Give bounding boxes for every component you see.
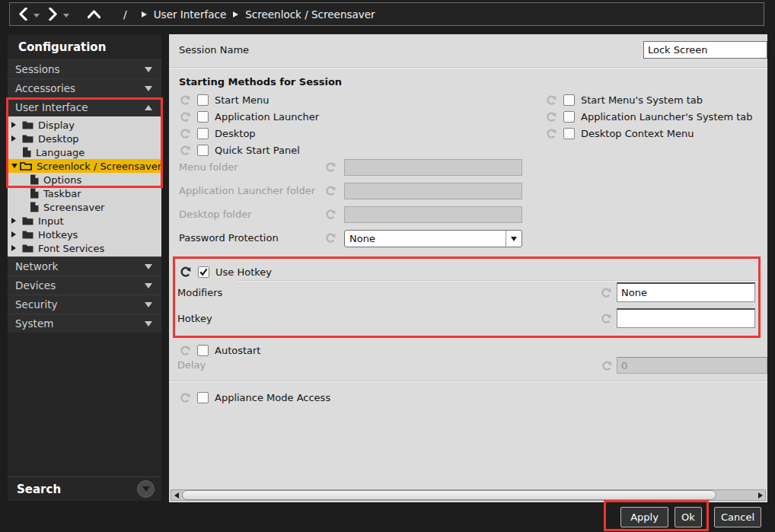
expander-icon[interactable]: [11, 231, 21, 237]
divider: [169, 67, 767, 68]
dropdown-arrow-icon: [511, 237, 517, 241]
hotkey-group: Use Hotkey Modifiers None Hotkey: [169, 256, 767, 338]
tree-item-options[interactable]: Options: [8, 173, 161, 186]
expander-icon[interactable]: [11, 218, 21, 224]
section-label: Devices: [15, 279, 56, 291]
tree-item-language[interactable]: Language: [8, 145, 161, 159]
use-hotkey-checkbox[interactable]: [198, 266, 209, 278]
sidebar-search-bar: Search: [8, 476, 161, 501]
scroll-right-button[interactable]: [755, 490, 765, 500]
revert-icon: [324, 185, 336, 196]
password-protection-select[interactable]: None: [344, 230, 522, 247]
tree-item-screensaver[interactable]: Screensaver: [8, 200, 161, 214]
revert-icon: [545, 94, 557, 106]
ok-button[interactable]: Ok: [675, 507, 702, 527]
checkbox-label: Appliance Mode Access: [215, 392, 330, 403]
start-menu-row: Start Menu: [179, 92, 269, 107]
horizontal-scrollbar[interactable]: [171, 489, 766, 501]
checkbox-label: Application Launcher's System tab: [581, 111, 753, 123]
revert-icon: [179, 128, 191, 139]
menu-folder-row: Menu folder: [169, 159, 767, 177]
revert-icon: [179, 94, 191, 106]
desktop-folder-label: Desktop folder: [179, 206, 251, 223]
delay-input: 0: [617, 357, 767, 374]
breadcrumb-root[interactable]: /: [123, 8, 127, 21]
tree-item-label: Display: [38, 119, 75, 131]
sidebar-section-accessories[interactable]: Accessories: [8, 78, 161, 97]
tree-item-label: Language: [36, 147, 85, 158]
chevron-down-icon: [145, 86, 152, 91]
search-toggle-button[interactable]: [137, 480, 155, 498]
application-launcher-system-tab-checkbox[interactable]: [563, 111, 575, 123]
tree-item-label: Taskbar: [43, 188, 81, 199]
category-tree: Display Desktop Language Screenlock / Sc…: [8, 116, 161, 256]
cancel-button[interactable]: Cancel: [714, 507, 761, 527]
checkbox-label: Start Menu: [215, 94, 269, 106]
scroll-left-button[interactable]: [171, 490, 181, 500]
use-hotkey-row: Use Hotkey: [179, 264, 272, 279]
autostart-checkbox[interactable]: [197, 345, 209, 356]
tree-item-display[interactable]: Display: [8, 118, 161, 132]
start-menu-system-tab-checkbox[interactable]: [563, 94, 575, 106]
back-history-caret-icon[interactable]: [33, 14, 40, 18]
desktop-row: Desktop: [179, 126, 256, 141]
desktop-context-menu-row: Desktop Context Menu: [545, 126, 694, 141]
application-launcher-system-tab-row: Application Launcher's System tab: [545, 109, 753, 124]
folder-icon: [22, 244, 33, 253]
dropdown-button[interactable]: [506, 231, 521, 247]
revert-icon: [600, 313, 612, 324]
appliance-mode-access-row: Appliance Mode Access: [179, 390, 330, 405]
expander-icon[interactable]: [11, 245, 21, 251]
start-menu-checkbox[interactable]: [197, 94, 209, 106]
sidebar-section-sessions[interactable]: Sessions: [8, 59, 161, 78]
sidebar-section-user-interface[interactable]: User Interface: [8, 97, 161, 116]
checkbox-label: Start Menu's System tab: [581, 94, 703, 106]
expander-icon[interactable]: [11, 164, 18, 168]
section-label: System: [15, 317, 53, 330]
revert-icon: [179, 392, 191, 403]
document-icon: [30, 188, 39, 199]
hotkey-input[interactable]: [617, 308, 755, 328]
chevron-down-icon: [145, 283, 152, 288]
open-folder-icon: [20, 161, 32, 170]
sidebar-section-network[interactable]: Network: [8, 256, 161, 276]
checkbox-label: Desktop Context Menu: [581, 128, 694, 139]
desktop-checkbox[interactable]: [197, 128, 209, 139]
quick-start-panel-checkbox[interactable]: [197, 145, 209, 156]
sidebar-section-system[interactable]: System: [8, 314, 161, 333]
section-label: Security: [15, 298, 57, 311]
forward-history-caret-icon[interactable]: [63, 14, 69, 18]
application-launcher-checkbox[interactable]: [197, 111, 209, 123]
tree-item-hotkeys[interactable]: Hotkeys: [8, 228, 161, 241]
tree-item-font-services[interactable]: Font Services: [8, 241, 161, 255]
settings-panel: Session Name Lock Screen Starting Method…: [169, 34, 767, 502]
revert-icon: [324, 232, 336, 244]
apply-button[interactable]: Apply: [620, 507, 668, 527]
configuration-window: / User Interface Screenlock / Screensave…: [0, 0, 775, 532]
autostart-row: Autostart: [179, 342, 260, 358]
modifiers-input[interactable]: None: [617, 282, 755, 302]
sidebar-section-security[interactable]: Security: [8, 295, 161, 314]
tree-item-screenlock-screensaver-selected[interactable]: Screenlock / Screensaver: [8, 159, 161, 173]
chevron-left-icon: [18, 8, 29, 21]
session-name-input[interactable]: Lock Screen: [643, 41, 767, 59]
back-button[interactable]: [18, 8, 29, 21]
scrollbar-thumb[interactable]: [182, 490, 716, 500]
forward-button[interactable]: [47, 8, 59, 21]
desktop-folder-input: [344, 206, 522, 223]
expander-icon[interactable]: [11, 135, 21, 142]
appliance-mode-access-checkbox[interactable]: [197, 392, 209, 403]
tree-item-taskbar[interactable]: Taskbar: [8, 186, 161, 200]
expander-icon[interactable]: [11, 122, 21, 128]
up-button[interactable]: [88, 9, 100, 19]
navigation-toolbar: / User Interface Screenlock / Screensave…: [9, 2, 764, 26]
search-label: Search: [17, 483, 61, 496]
tree-item-input[interactable]: Input: [8, 214, 161, 228]
tree-item-desktop[interactable]: Desktop: [8, 132, 161, 145]
sidebar-section-devices[interactable]: Devices: [8, 276, 161, 295]
section-label: User Interface: [15, 101, 88, 113]
revert-icon[interactable]: [179, 266, 192, 278]
desktop-context-menu-checkbox[interactable]: [563, 128, 575, 139]
breadcrumb-item-user-interface[interactable]: User Interface: [154, 8, 227, 21]
breadcrumb-item-screenlock[interactable]: Screenlock / Screensaver: [245, 8, 375, 21]
